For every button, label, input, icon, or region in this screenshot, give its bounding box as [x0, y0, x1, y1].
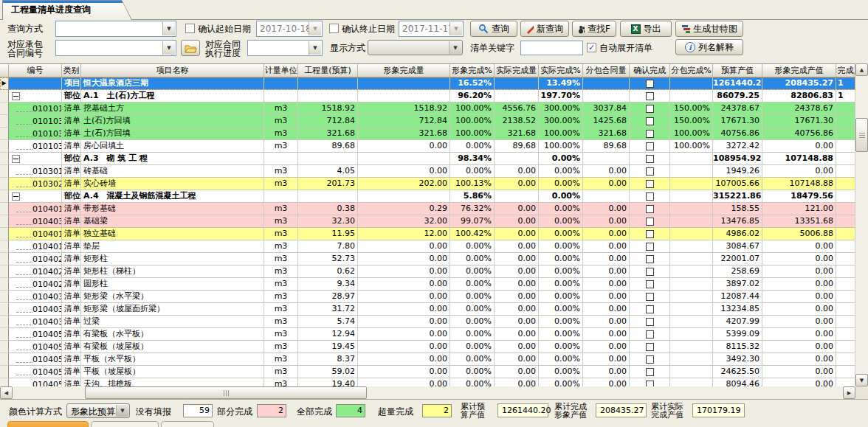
- column-header-img_pct[interactable]: 形象完成%: [450, 64, 495, 77]
- cell-unit[interactable]: m3: [264, 378, 298, 386]
- cell-code[interactable]: [9, 77, 62, 90]
- cell-sub_qty[interactable]: 0.00: [583, 341, 630, 353]
- cell-img_pct[interactable]: 0.00%: [450, 353, 495, 366]
- cell-act_pct[interactable]: 0.00%: [539, 291, 583, 303]
- cell-img_qty[interactable]: 0.00: [358, 291, 450, 303]
- bottom-tab-3[interactable]: [161, 421, 214, 427]
- cell-unit[interactable]: m3: [264, 215, 298, 228]
- cell-unit[interactable]: m3: [264, 353, 298, 366]
- confirm-checkbox[interactable]: [646, 80, 654, 88]
- cell-name[interactable]: 矩形柱: [81, 253, 264, 265]
- row-indicator[interactable]: [0, 341, 9, 353]
- cell-sub_pct[interactable]: [670, 240, 713, 253]
- row-indicator[interactable]: [0, 215, 9, 228]
- cell-act_qty[interactable]: 0.00: [495, 203, 539, 215]
- cell-confirm[interactable]: [630, 328, 670, 341]
- cell-type[interactable]: 清单: [62, 366, 81, 378]
- column-header-name[interactable]: 项目名称: [81, 64, 264, 77]
- confirm-checkbox[interactable]: [646, 381, 654, 387]
- cell-img_pct[interactable]: 0.00%: [450, 253, 495, 265]
- cell-qty_budget[interactable]: 7.80: [298, 240, 358, 253]
- cell-budget_val[interactable]: 5399.09: [713, 328, 762, 341]
- cell-img_qty[interactable]: 0.00: [358, 328, 450, 341]
- cell-name[interactable]: 有梁板（水平板）: [81, 328, 264, 341]
- cell-type[interactable]: 清单: [62, 378, 81, 386]
- cell-img_qty[interactable]: 0.00: [358, 366, 450, 378]
- cell-act_qty[interactable]: 0.00: [495, 316, 539, 328]
- cell-act_qty[interactable]: 0.00: [495, 328, 539, 341]
- cell-code[interactable]: 010302: [9, 178, 62, 190]
- cell-name[interactable]: 土(石)方回填: [81, 115, 264, 128]
- table-row[interactable]: 部位A.4 混凝土及钢筋混凝土工程5.86%0.00%315221.861847…: [0, 190, 855, 203]
- cell-img_qty[interactable]: 0.00: [358, 165, 450, 178]
- cell-qty_budget[interactable]: 11.95: [298, 228, 358, 240]
- cell-img_val[interactable]: 0.00: [762, 378, 836, 386]
- cell-act_qty[interactable]: 0.00: [495, 228, 539, 240]
- cell-act_val[interactable]: [836, 366, 855, 378]
- cell-act_val[interactable]: [836, 291, 855, 303]
- cell-code[interactable]: 010405: [9, 378, 62, 386]
- cell-img_val[interactable]: 0.00: [762, 291, 836, 303]
- confirm-checkbox[interactable]: [646, 92, 654, 100]
- cell-sub_pct[interactable]: [670, 316, 713, 328]
- cell-code[interactable]: [9, 153, 62, 165]
- cell-unit[interactable]: [264, 90, 298, 103]
- cell-act_val[interactable]: [836, 328, 855, 341]
- cell-sub_qty[interactable]: 0.00: [583, 165, 630, 178]
- cell-sub_pct[interactable]: [670, 378, 713, 386]
- row-indicator[interactable]: [0, 165, 9, 178]
- cell-unit[interactable]: m3: [264, 291, 298, 303]
- cell-budget_val[interactable]: 258.69: [713, 265, 762, 278]
- cell-type[interactable]: 清单: [62, 316, 81, 328]
- cell-unit[interactable]: m3: [264, 115, 298, 128]
- cell-img_qty[interactable]: [358, 77, 450, 90]
- cell-confirm[interactable]: [630, 77, 670, 90]
- cell-name[interactable]: 有梁板（坡屋板）: [81, 341, 264, 353]
- cell-act_val[interactable]: [836, 265, 855, 278]
- cell-code[interactable]: 010301: [9, 165, 62, 178]
- cell-budget_val[interactable]: 4986.02: [713, 228, 762, 240]
- table-row[interactable]: 010403清单矩形梁（坡屋面折梁）m331.720.000.00%0.000.…: [0, 303, 855, 316]
- table-row[interactable]: 010101清单挖基础土方m31518.921518.92100.00%4556…: [0, 103, 855, 115]
- cell-act_pct[interactable]: 300.00%: [539, 115, 583, 128]
- cell-qty_budget[interactable]: 12.94: [298, 328, 358, 341]
- cell-unit[interactable]: m3: [264, 303, 298, 316]
- cell-img_qty[interactable]: 0.00: [358, 265, 450, 278]
- cell-act_pct[interactable]: 0.00%: [539, 153, 583, 165]
- cell-act_val[interactable]: [836, 353, 855, 366]
- column-header-sub_pct[interactable]: 分包完成%: [670, 64, 713, 77]
- cell-sub_qty[interactable]: 321.68: [583, 128, 630, 140]
- cell-act_pct[interactable]: 0.00%: [539, 178, 583, 190]
- cell-sub_pct[interactable]: [670, 265, 713, 278]
- cell-act_qty[interactable]: 2138.52: [495, 115, 539, 128]
- cell-img_pct[interactable]: 0.00%: [450, 240, 495, 253]
- cell-confirm[interactable]: [630, 366, 670, 378]
- cell-name[interactable]: 砖基础: [81, 165, 264, 178]
- cell-code[interactable]: [9, 90, 62, 103]
- chevron-down-icon[interactable]: ▼: [450, 22, 462, 35]
- cell-name[interactable]: 带形基础: [81, 203, 264, 215]
- cell-img_pct[interactable]: 100.00%: [450, 103, 495, 115]
- bottom-tab-2[interactable]: [91, 421, 159, 427]
- table-row[interactable]: 010401清单带形基础m30.380.2976.32%0.000.00%0.0…: [0, 203, 855, 215]
- cell-img_qty[interactable]: 0.00: [358, 278, 450, 291]
- table-row[interactable]: 010301清单砖基础m34.050.000.00%0.000.00%0.001…: [0, 165, 855, 178]
- table-row[interactable]: 010402清单矩形柱（梯柱）m30.620.000.00%0.000.00%0…: [0, 265, 855, 278]
- cell-type[interactable]: 清单: [62, 140, 81, 153]
- cell-budget_val[interactable]: 315221.86: [713, 190, 762, 203]
- cell-sub_qty[interactable]: 0.00: [583, 253, 630, 265]
- confirm-checkbox[interactable]: [646, 155, 654, 163]
- cell-confirm[interactable]: [630, 278, 670, 291]
- cell-act_qty[interactable]: 89.68: [495, 140, 539, 153]
- table-row[interactable]: 010402清单矩形柱m352.730.000.00%0.000.00%0.00…: [0, 253, 855, 265]
- contract-no-combobox[interactable]: ▼: [55, 40, 176, 56]
- cell-qty_budget[interactable]: 19.45: [298, 341, 358, 353]
- cell-unit[interactable]: [264, 190, 298, 203]
- cell-name[interactable]: 矩形梁（坡屋面折梁）: [81, 303, 264, 316]
- cell-type[interactable]: 部位: [62, 153, 81, 165]
- cell-budget_val[interactable]: 3272.42: [713, 140, 762, 153]
- cell-img_qty[interactable]: 0.00: [358, 253, 450, 265]
- table-row[interactable]: 010403清单矩形梁（水平梁）m328.970.000.00%0.000.00…: [0, 291, 855, 303]
- cell-type[interactable]: 清单: [62, 115, 81, 128]
- cell-act_pct[interactable]: 0.00%: [539, 328, 583, 341]
